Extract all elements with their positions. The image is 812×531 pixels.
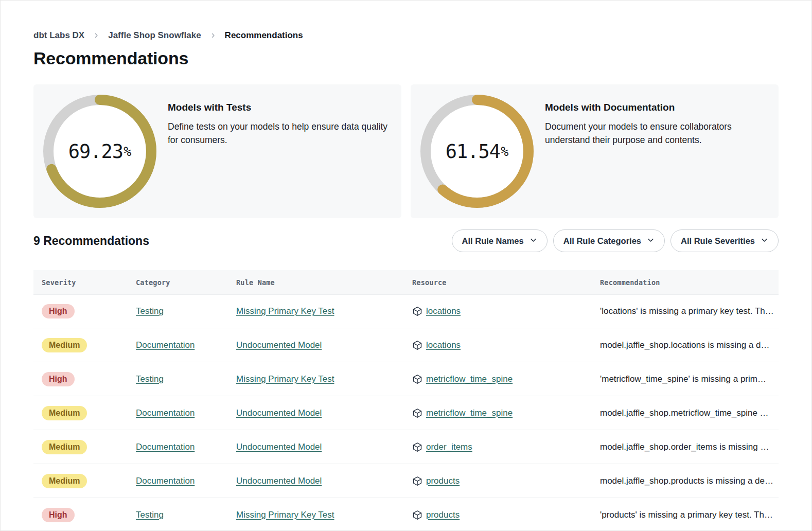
severity-badge: Medium — [42, 406, 87, 420]
table-row: High Testing Missing Primary Key Test lo… — [33, 294, 779, 328]
page-title: Recommendations — [33, 48, 779, 68]
resource-link[interactable]: metricflow_time_spine — [426, 374, 513, 384]
model-cube-icon — [412, 476, 422, 486]
resource-link[interactable]: products — [426, 476, 460, 486]
rule-names-filter-dropdown[interactable]: All Rule Names — [452, 229, 548, 252]
rule-name-link[interactable]: Missing Primary Key Test — [236, 306, 334, 316]
column-header-rule-name: Rule Name — [236, 278, 412, 287]
table-row: Medium Documentation Undocumented Model … — [33, 430, 779, 464]
rule-categories-filter-dropdown[interactable]: All Rule Categories — [553, 229, 665, 252]
recommendation-text: 'products' is missing a primary key test… — [600, 510, 779, 520]
metric-card-title: Models with Documentation — [545, 102, 775, 113]
recommendation-text: model.jaffle_shop.products is missing a … — [600, 476, 779, 486]
rule-categories-filter-label: All Rule Categories — [563, 236, 641, 246]
cards-row: 69.23% Models with Tests Define tests on… — [33, 84, 779, 218]
chevron-down-icon — [529, 236, 537, 246]
rule-names-filter-label: All Rule Names — [462, 236, 524, 246]
category-link[interactable]: Testing — [136, 510, 164, 520]
table-row: Medium Documentation Undocumented Model … — [33, 328, 779, 362]
recommendation-text: model.jaffle_shop.locations is missing a… — [600, 340, 779, 350]
rule-name-link[interactable]: Undocumented Model — [236, 408, 322, 418]
chevron-right-icon — [210, 32, 216, 39]
rule-name-link[interactable]: Missing Primary Key Test — [236, 374, 334, 384]
category-link[interactable]: Documentation — [136, 442, 195, 452]
chevron-down-icon — [761, 236, 768, 246]
recommendation-text: 'metricflow_time_spine' is missing a pri… — [600, 374, 779, 384]
category-link[interactable]: Documentation — [136, 408, 195, 418]
table-header-row: Severity Category Rule Name Resource Rec… — [33, 270, 779, 294]
resource-link[interactable]: locations — [426, 340, 461, 350]
breadcrumb-item-project[interactable]: Jaffle Shop Snowflake — [108, 30, 201, 41]
donut-chart: 69.23% — [43, 95, 156, 208]
table-body: High Testing Missing Primary Key Test lo… — [33, 294, 779, 531]
severity-badge: High — [42, 304, 75, 318]
rule-name-link[interactable]: Undocumented Model — [236, 476, 322, 486]
column-header-resource: Resource — [412, 278, 600, 287]
table-row: High Testing Missing Primary Key Test me… — [33, 362, 779, 396]
rule-name-link[interactable]: Missing Primary Key Test — [236, 510, 334, 520]
column-header-recommendation: Recommendation — [600, 278, 779, 287]
model-cube-icon — [412, 408, 422, 418]
resource-link[interactable]: metricflow_time_spine — [426, 408, 513, 418]
recommendation-text: model.jaffle_shop.order_items is missing… — [600, 442, 779, 452]
metric-card: 61.54% Models with Documentation Documen… — [411, 84, 779, 218]
severity-badge: High — [42, 508, 75, 522]
severity-badge: Medium — [42, 338, 87, 352]
recommendations-count: 9 Recommendations — [33, 234, 149, 248]
model-cube-icon — [412, 442, 422, 452]
table-row: Medium Documentation Undocumented Model … — [33, 396, 779, 430]
severity-badge: Medium — [42, 474, 87, 488]
category-link[interactable]: Testing — [136, 306, 164, 316]
chevron-down-icon — [647, 236, 655, 246]
rule-severities-filter-dropdown[interactable]: All Rule Severities — [670, 229, 779, 252]
severity-badge: High — [42, 372, 75, 386]
rule-name-link[interactable]: Undocumented Model — [236, 442, 322, 452]
metric-card-description: Define tests on your models to help ensu… — [168, 120, 398, 147]
metric-card-title: Models with Tests — [168, 102, 398, 113]
table-row: High Testing Missing Primary Key Test pr… — [33, 498, 779, 531]
chevron-right-icon — [93, 32, 99, 39]
page: dbt Labs DX Jaffle Shop Snowflake Recomm… — [0, 0, 812, 531]
model-cube-icon — [412, 340, 422, 350]
breadcrumb-item-current: Recommendations — [225, 30, 303, 41]
category-link[interactable]: Documentation — [136, 340, 195, 350]
metric-card: 69.23% Models with Tests Define tests on… — [33, 84, 401, 218]
filters: All Rule Names All Rule Categories All R… — [452, 229, 779, 252]
breadcrumb: dbt Labs DX Jaffle Shop Snowflake Recomm… — [33, 30, 779, 41]
breadcrumb-item-account[interactable]: dbt Labs DX — [33, 30, 84, 41]
column-header-category: Category — [136, 278, 236, 287]
resource-link[interactable]: products — [426, 510, 460, 520]
table-row: Medium Documentation Undocumented Model … — [33, 464, 779, 498]
recommendation-text: model.jaffle_shop.metricflow_time_spine … — [600, 408, 779, 418]
severity-badge: Medium — [42, 440, 87, 454]
metric-card-description: Document your models to ensure collabora… — [545, 120, 775, 147]
rule-name-link[interactable]: Undocumented Model — [236, 340, 322, 350]
model-cube-icon — [412, 306, 422, 316]
resource-link[interactable]: locations — [426, 306, 461, 316]
model-cube-icon — [412, 374, 422, 384]
column-header-severity: Severity — [33, 278, 136, 287]
category-link[interactable]: Testing — [136, 374, 164, 384]
donut-percent-label: 69.23% — [43, 95, 156, 208]
recommendation-text: 'locations' is missing a primary key tes… — [600, 306, 779, 316]
category-link[interactable]: Documentation — [136, 476, 195, 486]
resource-link[interactable]: order_items — [426, 442, 472, 452]
donut-percent-label: 61.54% — [420, 95, 534, 208]
donut-chart: 61.54% — [420, 95, 534, 208]
rule-severities-filter-label: All Rule Severities — [681, 236, 755, 246]
recommendations-table: Severity Category Rule Name Resource Rec… — [33, 270, 779, 531]
model-cube-icon — [412, 510, 422, 520]
